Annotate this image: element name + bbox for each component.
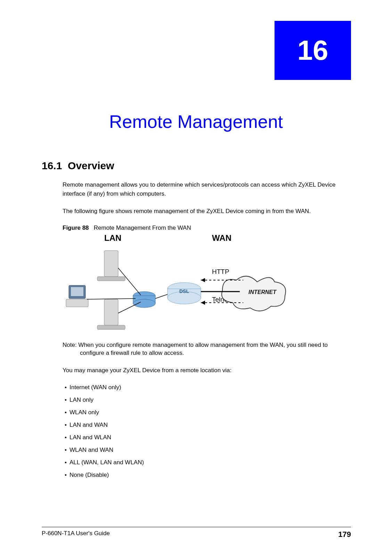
figure-label: Figure 88 xyxy=(63,225,89,231)
figure-title: Remote Management From the WAN xyxy=(94,225,191,231)
svg-line-10 xyxy=(118,268,141,295)
diagram-svg: DSL INTERNET xyxy=(63,233,306,334)
dsl-label: DSL xyxy=(179,288,189,294)
svg-line-16 xyxy=(155,294,168,299)
svg-rect-3 xyxy=(71,287,83,296)
page-footer: P-660N-T1A User's Guide 179 xyxy=(42,527,351,539)
figure-area: LAN WAN HTTP Telnet xyxy=(63,233,350,334)
figure-caption: Figure 88 Remote Management From the WAN xyxy=(63,225,350,231)
chapter-title: Remote Management xyxy=(42,111,350,132)
network-diagram: LAN WAN HTTP Telnet xyxy=(63,233,306,334)
list-item: WLAN and WAN xyxy=(70,446,350,454)
paragraph: Remote management allows you to determin… xyxy=(63,180,350,198)
option-list: Internet (WAN only) LAN only WLAN only L… xyxy=(63,384,350,479)
list-item: Internet (WAN only) xyxy=(70,384,350,391)
computer-icon xyxy=(66,285,88,307)
internet-label: INTERNET xyxy=(248,289,277,295)
section-heading: 16.1 Overview xyxy=(42,160,350,172)
section-title: Overview xyxy=(68,160,114,171)
paragraph: You may manage your ZyXEL Device from a … xyxy=(63,366,350,375)
computer-icon xyxy=(97,299,125,329)
svg-rect-5 xyxy=(104,299,118,325)
list-item: ALL (WAN, LAN and WLAN) xyxy=(70,459,350,466)
dsl-router-icon: DSL xyxy=(168,283,201,304)
chapter-number-tab: 16 xyxy=(275,21,351,80)
list-item: LAN only xyxy=(70,396,350,404)
list-item: None (Disable) xyxy=(70,471,350,479)
chapter-number: 16 xyxy=(297,34,328,66)
internet-cloud-icon: INTERNET xyxy=(222,276,286,311)
list-item: LAN and WLAN xyxy=(70,434,350,441)
list-item: LAN and WAN xyxy=(70,421,350,429)
arrow-left-icon xyxy=(201,301,205,305)
page-number: 179 xyxy=(338,530,351,539)
computer-icon xyxy=(97,251,125,281)
svg-point-9 xyxy=(133,299,155,308)
note-text: Note: When you configure remote manageme… xyxy=(63,341,350,358)
svg-rect-6 xyxy=(97,325,125,329)
svg-rect-1 xyxy=(97,277,125,281)
svg-line-11 xyxy=(87,299,136,299)
svg-rect-4 xyxy=(66,299,88,307)
list-item: WLAN only xyxy=(70,409,350,416)
arrow-left-icon xyxy=(201,278,205,282)
paragraph: The following figure shows remote manage… xyxy=(63,207,350,216)
switch-icon xyxy=(133,292,155,308)
svg-rect-0 xyxy=(104,251,118,277)
svg-line-12 xyxy=(118,302,141,313)
footer-guide-title: P-660N-T1A User's Guide xyxy=(42,530,110,539)
section-number: 16.1 xyxy=(42,160,62,171)
document-page: 16 Remote Management 16.1 Overview Remot… xyxy=(0,0,392,555)
